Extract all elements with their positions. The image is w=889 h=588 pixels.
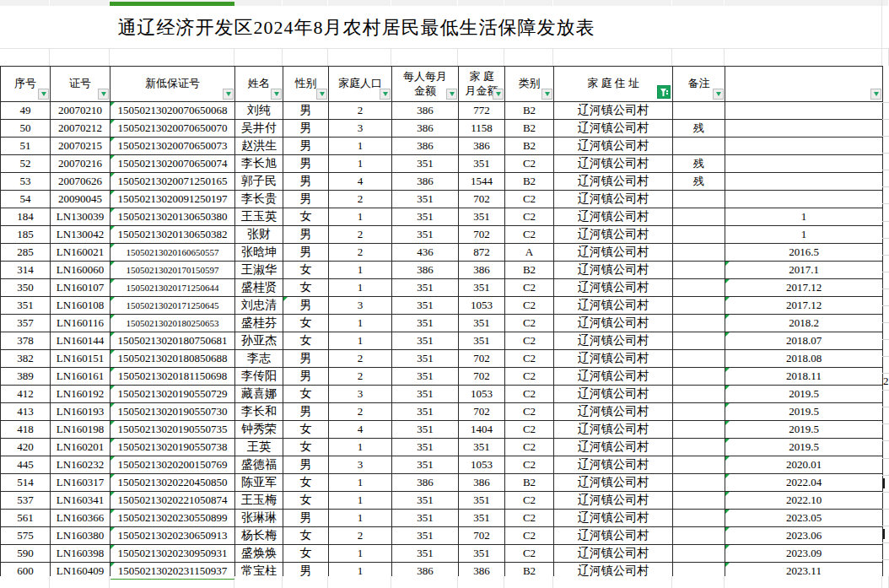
cell-extra[interactable]: 2018.07 [725,332,883,350]
cell-category[interactable]: B2 [505,173,554,191]
cell-address[interactable]: 辽河镇公司村 [554,350,673,368]
cell-category[interactable]: B2 [505,262,554,279]
cell-address[interactable]: 辽河镇公司村 [554,368,673,386]
cell-cert[interactable]: LN160192 [51,386,110,403]
cell-address[interactable]: 辽河镇公司村 [554,545,673,563]
cell-per_person_monthly[interactable]: 351 [392,403,459,421]
cell-family_monthly[interactable]: 702 [459,191,505,208]
cell-address[interactable]: 辽河镇公司村 [554,155,673,173]
cell-name[interactable]: 李传阳 [235,368,283,386]
cell-address[interactable]: 辽河镇公司村 [554,510,673,527]
cell-per_person_monthly[interactable]: 351 [392,545,459,563]
cell-remark[interactable] [673,279,725,297]
cell-family_size[interactable]: 3 [329,456,392,474]
cell-cert[interactable]: LN160107 [51,279,110,297]
column-header-family_monthly[interactable]: 家 庭月金额 [459,67,505,102]
cell-extra[interactable]: 2019.5 [725,403,883,421]
cell-seq[interactable]: 537 [1,492,51,510]
cell-per_person_monthly[interactable]: 436 [392,244,459,262]
cell-new_cert[interactable]: 15050213020171250644 [110,279,235,297]
cell-remark[interactable] [673,492,725,510]
cell-remark[interactable] [673,138,725,155]
cell-family_size[interactable]: 1 [329,208,392,226]
cell-family_size[interactable]: 2 [329,226,392,244]
cell-family_monthly[interactable]: 386 [459,138,505,155]
cell-name[interactable]: 张晗坤 [235,244,283,262]
cell-name[interactable]: 郭子民 [235,173,283,191]
cell-address[interactable]: 辽河镇公司村 [554,492,673,510]
cell-per_person_monthly[interactable]: 351 [392,421,459,439]
cell-new_cert[interactable]: 15050213020070650068 [110,102,235,120]
cell-extra[interactable]: 1 [725,208,883,226]
cell-category[interactable]: C2 [505,527,554,545]
filter-dropdown-icon[interactable] [493,89,504,100]
cell-new_cert[interactable]: 15050213020230950931 [110,545,235,563]
cell-category[interactable]: C2 [505,315,554,332]
cell-category[interactable]: C2 [505,155,554,173]
cell-address[interactable]: 辽河镇公司村 [554,173,673,191]
cell-new_cert[interactable]: 15050213020190550729 [110,386,235,403]
cell-cert[interactable]: LN130039 [51,208,110,226]
filter-dropdown-icon[interactable] [713,89,724,100]
cell-family_size[interactable]: 3 [329,120,392,138]
cell-cert[interactable]: LN160021 [51,244,110,262]
cell-extra[interactable]: 1 [725,226,883,244]
cell-name[interactable]: 盛桂贤 [235,279,283,297]
cell-cert[interactable]: LN160116 [51,315,110,332]
cell-seq[interactable]: 185 [1,226,51,244]
filter-dropdown-icon[interactable] [316,89,327,100]
cell-address[interactable]: 辽河镇公司村 [554,262,673,279]
cell-category[interactable]: C2 [505,421,554,439]
cell-per_person_monthly[interactable]: 351 [392,191,459,208]
cell-address[interactable]: 辽河镇公司村 [554,439,673,456]
filter-dropdown-icon[interactable] [271,89,282,100]
cell-remark[interactable] [673,297,725,315]
cell-category[interactable]: B2 [505,102,554,120]
cell-per_person_monthly[interactable]: 351 [392,350,459,368]
cell-seq[interactable]: 314 [1,262,51,279]
cell-category[interactable]: C2 [505,439,554,456]
cell-remark[interactable] [673,474,725,492]
cell-cert[interactable]: LN160317 [51,474,110,492]
cell-cert[interactable]: LN160232 [51,456,110,474]
column-header-new_cert[interactable]: 新低保证号 [110,67,235,102]
cell-remark[interactable] [673,262,725,279]
cell-category[interactable]: B2 [505,120,554,138]
cell-family_monthly[interactable]: 351 [459,208,505,226]
cell-extra[interactable]: 2017.12 [725,279,883,297]
cell-gender[interactable]: 女 [283,474,329,492]
cell-family_size[interactable]: 2 [329,527,392,545]
cell-per_person_monthly[interactable]: 351 [392,226,459,244]
column-header-extra[interactable] [725,67,883,102]
cell-cert[interactable]: 20070215 [51,138,110,155]
cell-family_size[interactable]: 2 [329,368,392,386]
cell-cert[interactable]: LN130042 [51,226,110,244]
cell-family_size[interactable]: 4 [329,173,392,191]
column-header-seq[interactable]: 序号 [1,67,51,102]
cell-extra[interactable] [725,138,883,155]
cell-family_monthly[interactable]: 702 [459,403,505,421]
cell-category[interactable]: B2 [505,474,554,492]
cell-remark[interactable]: 残 [673,155,725,173]
cell-cert[interactable]: LN160161 [51,368,110,386]
cell-category[interactable]: A [505,244,554,262]
cell-seq[interactable]: 413 [1,403,51,421]
cell-seq[interactable]: 351 [1,297,51,315]
cell-gender[interactable]: 女 [283,262,329,279]
cell-seq[interactable]: 561 [1,510,51,527]
cell-per_person_monthly[interactable]: 351 [392,492,459,510]
cell-extra[interactable]: 2018.11 [725,368,883,386]
cell-category[interactable]: C2 [505,208,554,226]
cell-family_monthly[interactable]: 1053 [459,456,505,474]
cell-gender[interactable]: 女 [283,279,329,297]
cell-cert[interactable]: LN160201 [51,439,110,456]
cell-seq[interactable]: 382 [1,350,51,368]
cell-gender[interactable]: 男 [283,297,329,315]
cell-remark[interactable]: 残 [673,173,725,191]
cell-new_cert[interactable]: 15050213020130650382 [110,226,235,244]
cell-per_person_monthly[interactable]: 386 [392,120,459,138]
cell-name[interactable]: 张琳琳 [235,510,283,527]
cell-gender[interactable]: 女 [283,527,329,545]
cell-extra[interactable]: 2020.01 [725,456,883,474]
cell-seq[interactable]: 285 [1,244,51,262]
